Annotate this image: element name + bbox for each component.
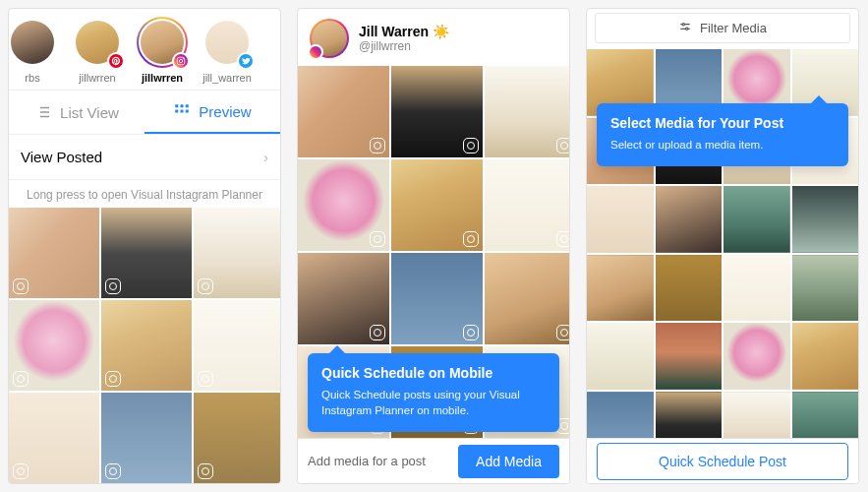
media-cell[interactable] <box>656 323 723 390</box>
media-cell[interactable] <box>587 186 654 253</box>
media-cell[interactable] <box>792 323 859 390</box>
svg-point-1 <box>179 59 182 62</box>
instagram-icon <box>13 278 29 294</box>
feed-cell[interactable] <box>298 253 389 344</box>
feed-cell[interactable] <box>194 393 280 483</box>
instagram-icon <box>463 325 479 340</box>
tooltip-body: Quick Schedule posts using your Visual I… <box>321 387 546 418</box>
feed-cell[interactable] <box>485 66 569 157</box>
sliders-icon <box>678 20 692 36</box>
long-press-hint: Long press to open Visual Instagram Plan… <box>9 180 280 208</box>
feed-cell[interactable] <box>194 300 280 391</box>
planner-preview-panel: rbs jillwrren jillwrren jill_warren List… <box>8 8 281 484</box>
media-picker-panel: Filter Media Select Media for Your Post … <box>586 8 859 484</box>
media-cell[interactable] <box>723 186 790 253</box>
svg-point-18 <box>686 28 688 30</box>
quick-schedule-panel: Jill Warren ☀️ @jillwrren Quick Schedule… <box>297 8 570 484</box>
grid-icon <box>173 102 191 120</box>
feed-cell[interactable] <box>101 393 192 483</box>
profile-avatar[interactable] <box>310 19 349 58</box>
story-account[interactable]: jillwrren <box>72 17 123 84</box>
media-cell[interactable] <box>587 255 654 322</box>
instagram-icon <box>198 371 213 387</box>
instagram-icon <box>463 138 479 154</box>
instagram-icon <box>13 371 29 387</box>
view-posted-label: View Posted <box>21 149 102 165</box>
profile-name: Jill Warren ☀️ <box>359 24 449 39</box>
feed-cell[interactable] <box>391 159 483 251</box>
footer-text: Add media for a post <box>308 454 448 468</box>
tab-label: Preview <box>199 103 251 120</box>
profile-handle: @jillwrren <box>359 39 449 53</box>
tab-list-view[interactable]: List View <box>9 91 145 134</box>
feed-cell[interactable] <box>101 300 192 391</box>
svg-rect-11 <box>186 104 189 107</box>
select-media-tooltip: Select Media for Your Post Select or upl… <box>597 103 848 166</box>
tooltip-title: Quick Schedule on Mobile <box>321 365 546 381</box>
instagram-icon <box>13 463 29 479</box>
tooltip-body: Select or upload a media item. <box>610 137 835 153</box>
media-cell[interactable] <box>792 186 859 253</box>
feed-cell[interactable] <box>101 208 192 298</box>
filter-media-button[interactable]: Filter Media <box>595 13 850 43</box>
instagram-icon <box>463 231 479 247</box>
tab-label: List View <box>60 104 119 121</box>
stories-row: rbs jillwrren jillwrren jill_warren <box>9 9 280 90</box>
add-media-button[interactable]: Add Media <box>458 445 559 478</box>
story-account[interactable]: rbs <box>8 17 58 84</box>
instagram-icon <box>370 231 385 247</box>
twitter-icon <box>237 52 255 70</box>
feed-cell[interactable] <box>391 253 483 344</box>
filter-label: Filter Media <box>700 21 767 35</box>
feed-grid <box>9 208 280 483</box>
list-icon <box>34 103 52 121</box>
feed-cell[interactable] <box>194 208 280 298</box>
feed-cell[interactable] <box>485 253 569 344</box>
tab-preview[interactable]: Preview <box>145 91 280 134</box>
instagram-icon <box>105 463 121 479</box>
media-cell[interactable] <box>656 255 723 322</box>
media-cell[interactable] <box>656 186 723 253</box>
instagram-icon <box>105 371 121 387</box>
svg-rect-13 <box>181 110 184 113</box>
view-posted-row[interactable]: View Posted › <box>9 135 280 180</box>
instagram-icon <box>172 52 190 70</box>
instagram-icon <box>198 278 213 294</box>
feed-cell[interactable] <box>391 66 483 157</box>
media-cell[interactable] <box>792 255 859 322</box>
instagram-icon <box>556 325 569 340</box>
svg-rect-10 <box>181 104 184 107</box>
svg-rect-12 <box>176 110 179 113</box>
feed-cell[interactable] <box>9 393 99 483</box>
svg-rect-14 <box>186 110 189 113</box>
svg-rect-9 <box>176 104 179 107</box>
media-cell[interactable] <box>587 323 654 390</box>
story-label: jillwrren <box>79 72 115 84</box>
view-tabs: List View Preview <box>9 90 280 135</box>
schedule-footer: Quick Schedule Post <box>587 438 858 483</box>
pinterest-icon <box>107 52 125 70</box>
story-account[interactable]: jill_warren <box>202 17 253 84</box>
media-cell[interactable] <box>723 255 790 322</box>
tooltip-title: Select Media for Your Post <box>610 115 835 131</box>
quick-schedule-post-button[interactable]: Quick Schedule Post <box>597 443 848 480</box>
media-cell[interactable] <box>723 323 790 390</box>
instagram-icon <box>370 138 385 154</box>
feed-cell[interactable] <box>298 159 389 251</box>
add-media-footer: Add media for a post Add Media <box>298 438 569 483</box>
quick-schedule-tooltip: Quick Schedule on Mobile Quick Schedule … <box>308 353 559 432</box>
feed-cell[interactable] <box>9 208 99 298</box>
instagram-icon <box>105 278 121 294</box>
instagram-icon <box>556 138 569 154</box>
profile-header: Jill Warren ☀️ @jillwrren <box>298 9 569 66</box>
feed-cell[interactable] <box>9 300 99 391</box>
instagram-icon <box>556 231 569 247</box>
feed-cell[interactable] <box>298 66 389 157</box>
story-label: jillwrren <box>142 72 183 84</box>
chevron-right-icon: › <box>263 149 268 165</box>
svg-point-2 <box>183 58 184 59</box>
svg-point-17 <box>682 24 684 26</box>
instagram-icon <box>198 463 213 479</box>
feed-cell[interactable] <box>485 159 569 251</box>
story-account-active[interactable]: jillwrren <box>137 17 188 84</box>
